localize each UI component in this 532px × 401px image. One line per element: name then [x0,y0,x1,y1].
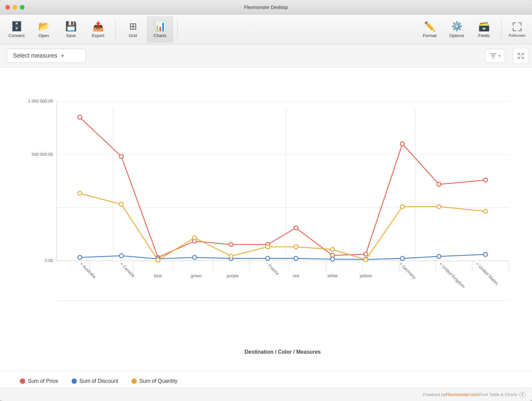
charts-label: Charts [154,33,166,38]
footer-link[interactable]: Flexmonster.com [446,392,478,397]
footer-suffix: Pivot Table & Charts [478,392,517,397]
svg-point-39 [119,155,123,158]
legend-dot-quantity [132,379,137,384]
toolbar-left-group: 🗄️ Connect 📂 Open 💾 Save 📤 Export [3,16,111,43]
maximize-button[interactable] [20,5,25,10]
legend-item-quantity: Sum of Quantity [132,378,178,384]
filter-button[interactable]: ▾ [485,49,505,63]
connect-icon: 🗄️ [11,21,23,32]
svg-point-51 [119,254,123,258]
svg-text:green: green [191,273,202,278]
legend-label-price: Sum of Price [28,378,58,384]
save-label: Save [66,33,76,38]
svg-point-65 [192,236,196,240]
grid-icon: ⊞ [129,21,137,32]
toolbar-separator-3 [501,20,502,39]
close-button[interactable] [5,5,10,10]
svg-point-67 [266,245,270,249]
legend-dot-price [20,379,25,384]
charts-button[interactable]: 📊 Charts [147,16,173,43]
svg-text:yellow: yellow [360,273,372,278]
svg-point-62 [78,191,82,195]
charts-icon: 📊 [154,21,166,32]
toolbar: 🗄️ Connect 📂 Open 💾 Save 📤 Export ⊞ Grid [0,15,532,44]
chart-wrapper: 1 000 000.00 500 000.00 0.00 [0,67,532,371]
svg-text:Destination / Color / Measures: Destination / Color / Measures [244,349,321,355]
svg-text:+ United Kingdom: + United Kingdom [438,261,466,289]
fullscreen-button[interactable]: Fullscreen [505,16,529,43]
svg-point-44 [294,226,298,230]
options-icon: ⚙️ [451,21,463,32]
titlebar: Flexmonster Desktop [0,0,532,15]
open-icon: 📂 [38,21,50,32]
fields-icon: 🗃️ [478,21,490,32]
footer-powered-by: Powered by [423,392,446,397]
options-label: Options [450,33,464,38]
svg-point-42 [229,243,233,246]
svg-point-47 [400,142,404,146]
svg-text:1 000 000.00: 1 000 000.00 [28,99,53,104]
svg-point-50 [78,255,82,259]
svg-point-73 [484,209,488,213]
window-controls [5,5,25,10]
svg-text:+ United States: + United States [475,261,499,286]
legend-dot-discount [72,379,77,384]
filter-dropdown-arrow: ▾ [499,54,501,58]
connect-button[interactable]: 🗄️ Connect [3,16,30,43]
filter-icon [490,53,497,59]
format-label: Format [423,33,436,38]
toolbar-view-group: ⊞ Grid 📊 Charts [120,16,173,43]
svg-text:blue: blue [154,273,162,278]
grid-button[interactable]: ⊞ Grid [120,16,146,43]
svg-text:purple: purple [227,273,239,278]
fields-button[interactable]: 🗃️ Fields [471,16,497,43]
grid-label: Grid [129,33,137,38]
chart-legend: Sum of Price Sum of Discount Sum of Quan… [0,371,532,388]
svg-text:+ Canada: + Canada [119,261,136,278]
export-button[interactable]: 📤 Export [85,16,111,43]
connect-label: Connect [9,33,25,38]
save-icon: 💾 [65,21,77,32]
svg-text:- France: - France [265,261,280,276]
legend-item-price: Sum of Price [20,378,58,384]
options-button[interactable]: ⚙️ Options [444,16,470,43]
legend-item-discount: Sum of Discount [72,378,118,384]
save-button[interactable]: 💾 Save [58,16,84,43]
open-button[interactable]: 📂 Open [30,16,57,43]
select-measures-label: Select measures [13,52,57,59]
minimize-button[interactable] [13,5,17,10]
fullscreen-label: Fullscreen [509,33,526,37]
svg-point-38 [78,115,82,119]
svg-point-48 [437,182,441,186]
svg-point-63 [119,202,123,206]
svg-point-69 [331,247,335,251]
info-icon[interactable]: ℹ [519,392,525,398]
fields-label: Fields [478,33,490,38]
controls-bar: Select measures ▾ ▾ [0,44,532,67]
svg-point-61 [484,252,488,256]
chart-area: 1 000 000.00 500 000.00 0.00 [0,67,532,388]
svg-point-59 [400,256,404,260]
legend-label-discount: Sum of Discount [80,378,118,384]
toolbar-separator-1 [115,20,116,39]
svg-text:0.00: 0.00 [45,258,53,263]
select-measures-dropdown[interactable]: Select measures ▾ [7,49,86,63]
legend-label-quantity: Sum of Quantity [139,378,178,384]
svg-point-71 [400,204,404,208]
svg-point-55 [266,256,270,260]
main-window: Flexmonster Desktop 🗄️ Connect 📂 Open 💾 … [0,0,532,401]
svg-text:500 000.00: 500 000.00 [31,152,53,157]
footer: Powered by Flexmonster.com Pivot Table &… [0,388,532,401]
toolbar-separator-2 [177,20,178,39]
toolbar-right-group: ✏️ Format ⚙️ Options 🗃️ Fields [416,16,497,43]
format-icon: ✏️ [424,21,436,32]
collapse-button[interactable] [513,48,529,64]
svg-point-72 [437,204,441,208]
svg-point-60 [437,254,441,258]
format-button[interactable]: ✏️ Format [416,16,443,43]
fullscreen-icon [512,22,522,32]
svg-point-70 [364,258,368,262]
svg-point-46 [364,252,368,256]
svg-point-66 [229,254,233,258]
svg-point-68 [294,245,298,249]
